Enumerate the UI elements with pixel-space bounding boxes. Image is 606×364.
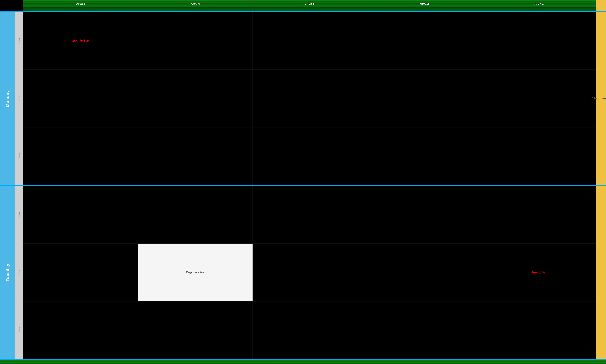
- monday-time-3: 7.30pm: [15, 128, 23, 185]
- tuesday-grid: Keep space free. Tues 1 Oct: [23, 186, 596, 359]
- area4-header: Area 4: [138, 0, 252, 11]
- monday-area5-slot3: [23, 128, 138, 185]
- monday-area2-slot3: [367, 128, 482, 185]
- monday-area5-slot1: Mon 30 Sep: [23, 12, 138, 70]
- tuesday-section: Tuesday 5.30pm 6.30pm 7.30pm Keep space …: [0, 186, 606, 360]
- monday-area1-slot3: [482, 128, 596, 185]
- tuesday-area3-slot2: [253, 244, 367, 301]
- area5-sub-row: [23, 7, 138, 11]
- monday-area4-slot1: [138, 12, 252, 70]
- monday-area2-col: [367, 12, 482, 185]
- area1-name-row: Area 1: [482, 0, 596, 7]
- area5-header: Area 5: [23, 0, 138, 11]
- monday-area4-slot3: [138, 128, 252, 185]
- header-time-spacer: [15, 0, 23, 11]
- tuesday-label-cell: Tuesday: [0, 186, 15, 359]
- area1-label: Area 1: [535, 2, 544, 5]
- tuesday-time-3: 7.30pm: [15, 301, 23, 359]
- monday-label: Monday: [6, 90, 10, 107]
- monday-area4-col: [138, 12, 252, 185]
- tuesday-area1-slot1: [482, 186, 596, 244]
- tuesday-area1-slot2: Tues 1 Oct: [482, 244, 596, 301]
- tuesday-time-2: 6.30pm: [15, 244, 23, 301]
- monday-area1-slot2: [482, 70, 596, 128]
- schedule-container: Area 5 Area 4 Area 3 Area 2: [0, 0, 606, 364]
- area3-label: Area 3: [305, 2, 314, 5]
- tuesday-area3-col: [252, 186, 367, 359]
- tuesday-area4-col: Keep space free.: [138, 186, 252, 359]
- area2-name-row: Area 2: [367, 0, 482, 7]
- monday-time-slots: 5.30pm 6.30pm 7.30pm: [15, 12, 23, 185]
- area3-header: Area 3: [252, 0, 367, 11]
- tuesday-time-1: 5.30pm: [15, 186, 23, 244]
- monday-area3-slot3: [253, 128, 367, 185]
- header-row: Area 5 Area 4 Area 3 Area 2: [0, 0, 606, 11]
- area2-header: Area 2: [367, 0, 482, 11]
- area4-sub-row: [138, 7, 252, 11]
- tuesday-area3-slot3: [253, 301, 367, 359]
- area5-label: Area 5: [76, 2, 85, 5]
- monday-clubhouse-col: Clubhouse: [596, 12, 606, 185]
- area4-name-row: Area 4: [138, 0, 252, 7]
- tuesday-area1-slot3: [482, 301, 596, 359]
- tuesday-area2-slot1: [367, 186, 482, 244]
- area1-header: Area 1: [482, 0, 596, 11]
- tuesday-area5-slot2: [23, 244, 138, 301]
- area1-sub-row: [482, 7, 596, 11]
- tuesday-area5-slot3: [23, 301, 138, 359]
- monday-area5-slot2: [23, 70, 138, 128]
- area5-name-row: Area 5: [23, 0, 138, 7]
- tuesday-area5-col: [23, 186, 138, 359]
- monday-area3-slot1: [253, 12, 367, 70]
- header-areas: Area 5 Area 4 Area 3 Area 2: [23, 0, 596, 11]
- tuesday-area2-slot3: [367, 301, 482, 359]
- monday-area5-col: Mon 30 Sep: [23, 12, 138, 185]
- header-day-spacer: [0, 0, 15, 11]
- tuesday-time-slots: 5.30pm 6.30pm 7.30pm: [15, 186, 23, 359]
- monday-time-1: 5.30pm: [15, 12, 23, 70]
- monday-area4-slot2: [138, 70, 252, 128]
- tuesday-clubhouse-col: [596, 186, 606, 359]
- tuesday-date-label: Tues 1 Oct: [532, 271, 547, 274]
- tuesday-area4-slot2: Keep space free.: [138, 244, 252, 301]
- tuesday-area2-slot2: [367, 244, 482, 301]
- tuesday-area5-slot1: [23, 186, 138, 244]
- keep-space-label: Keep space free.: [186, 271, 205, 274]
- tuesday-area3-slot1: [253, 186, 367, 244]
- monday-area2-slot1: [367, 12, 482, 70]
- area4-label: Area 4: [191, 2, 200, 5]
- area2-label: Area 2: [420, 2, 429, 5]
- clubhouse-header: [596, 0, 606, 11]
- monday-section: Monday 5.30pm 6.30pm 7.30pm Mon 30 Sep: [0, 12, 606, 186]
- tuesday-area4-slot3: [138, 301, 252, 359]
- area3-name-row: Area 3: [252, 0, 367, 7]
- area3-sub-row: [252, 7, 367, 11]
- monday-label-cell: Monday: [0, 12, 15, 185]
- monday-area2-slot2: [367, 70, 482, 128]
- monday-area1-col: [482, 12, 596, 185]
- monday-grid: Mon 30 Sep: [23, 12, 596, 185]
- clubhouse-label: Clubhouse: [592, 97, 606, 100]
- tuesday-area2-col: [367, 186, 482, 359]
- tuesday-label: Tuesday: [6, 263, 10, 281]
- tuesday-area4-slot1: [138, 186, 252, 244]
- monday-time-2: 6.30pm: [15, 70, 23, 128]
- monday-area3-slot2: [253, 70, 367, 128]
- grass-footer: [0, 360, 606, 364]
- area2-sub-row: [367, 7, 482, 11]
- tuesday-area1-col: Tues 1 Oct: [482, 186, 596, 359]
- monday-area1-slot1: [482, 12, 596, 70]
- monday-area3-col: [252, 12, 367, 185]
- monday-date-label: Mon 30 Sep: [72, 39, 89, 42]
